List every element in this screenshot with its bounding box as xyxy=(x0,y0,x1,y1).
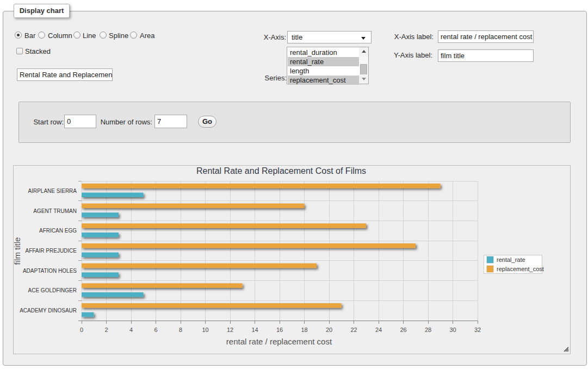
svg-text:ACADEMY DINOSAUR: ACADEMY DINOSAUR xyxy=(20,308,77,313)
svg-text:rental rate / replacement cost: rental rate / replacement cost xyxy=(226,337,332,346)
svg-text:22: 22 xyxy=(350,327,357,333)
svg-text:replacement_cost: replacement_cost xyxy=(497,266,544,272)
svg-text:8: 8 xyxy=(179,327,182,333)
svg-text:ADAPTATION HOLES: ADAPTATION HOLES xyxy=(23,268,77,274)
svg-text:6: 6 xyxy=(154,327,157,333)
svg-text:AGENT TRUMAN: AGENT TRUMAN xyxy=(33,208,77,214)
svg-text:30: 30 xyxy=(449,327,456,333)
svg-text:film title: film title xyxy=(14,237,22,265)
svg-text:12: 12 xyxy=(227,327,233,333)
svg-text:14: 14 xyxy=(251,327,258,333)
svg-text:28: 28 xyxy=(425,327,431,333)
svg-text:32: 32 xyxy=(474,327,481,333)
svg-text:Rental Rate and Replacement Co: Rental Rate and Replacement Cost of Film… xyxy=(196,166,366,175)
svg-text:2: 2 xyxy=(104,327,108,333)
svg-text:24: 24 xyxy=(375,327,382,333)
svg-text:ACE GOLDFINGER: ACE GOLDFINGER xyxy=(28,287,77,293)
svg-text:AFFAIR PREJUDICE: AFFAIR PREJUDICE xyxy=(26,248,77,254)
svg-text:18: 18 xyxy=(301,327,307,333)
svg-text:AIRPLANE SIERRA: AIRPLANE SIERRA xyxy=(28,188,77,194)
svg-text:0: 0 xyxy=(80,327,83,333)
svg-text:20: 20 xyxy=(326,327,332,333)
svg-text:rental_rate: rental_rate xyxy=(497,256,525,263)
svg-text:AFRICAN EGG: AFRICAN EGG xyxy=(39,228,77,234)
svg-text:26: 26 xyxy=(400,327,406,333)
svg-text:16: 16 xyxy=(276,327,283,333)
svg-text:10: 10 xyxy=(202,327,208,333)
svg-text:4: 4 xyxy=(129,327,133,333)
